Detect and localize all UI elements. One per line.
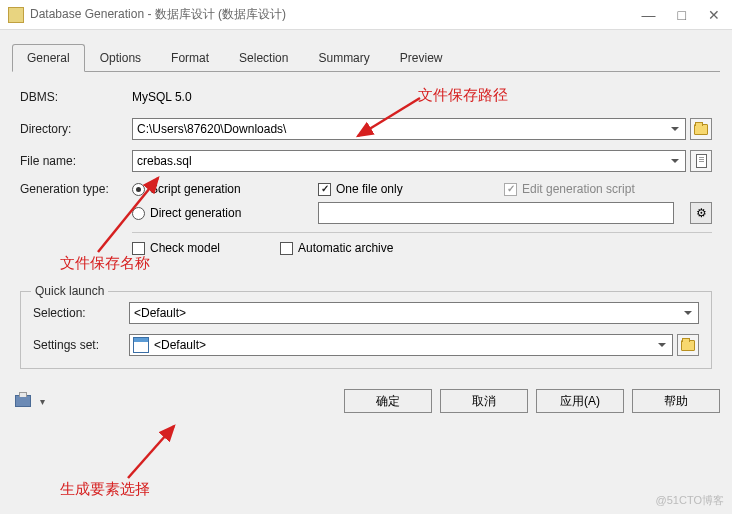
quick-launch-legend: Quick launch — [31, 284, 108, 298]
selection-label: Selection: — [33, 306, 129, 320]
window-title: Database Generation - 数据库设计 (数据库设计) — [30, 6, 638, 23]
folder-icon — [681, 340, 695, 351]
dbms-value: MySQL 5.0 — [132, 90, 712, 104]
checkbox-icon — [318, 183, 331, 196]
checkbox-icon — [132, 242, 145, 255]
browse-directory-button[interactable] — [690, 118, 712, 140]
tab-bar: General Options Format Selection Summary… — [12, 44, 720, 72]
directory-input[interactable]: C:\Users\87620\Downloads\ — [132, 118, 686, 140]
table-icon — [133, 337, 149, 353]
checkbox-icon — [280, 242, 293, 255]
radio-icon — [132, 207, 145, 220]
tab-selection[interactable]: Selection — [224, 44, 303, 71]
checkbox-icon — [504, 183, 517, 196]
maximize-button[interactable]: □ — [674, 5, 690, 25]
tab-summary[interactable]: Summary — [303, 44, 384, 71]
apply-button[interactable]: 应用(A) — [536, 389, 624, 413]
document-icon — [696, 154, 707, 168]
tab-preview[interactable]: Preview — [385, 44, 458, 71]
settings-set-label: Settings set: — [33, 338, 129, 352]
print-dropdown-icon[interactable]: ▾ — [40, 396, 45, 407]
svg-line-5 — [128, 426, 174, 478]
tab-general[interactable]: General — [12, 44, 85, 72]
gentype-label: Generation type: — [20, 182, 132, 196]
printer-icon — [15, 395, 31, 407]
folder-icon — [694, 124, 708, 135]
cancel-button[interactable]: 取消 — [440, 389, 528, 413]
direct-generation-settings-button[interactable]: ⚙ — [690, 202, 712, 224]
filename-input[interactable]: crebas.sql — [132, 150, 686, 172]
browse-settings-button[interactable] — [677, 334, 699, 356]
check-automatic-archive[interactable]: Automatic archive — [280, 241, 393, 255]
watermark: @51CTO博客 — [656, 493, 724, 508]
settings-set-dropdown[interactable]: <Default> — [129, 334, 673, 356]
annotation-select: 生成要素选择 — [60, 480, 150, 499]
arrow-select — [118, 420, 188, 484]
tab-options[interactable]: Options — [85, 44, 156, 71]
close-button[interactable]: ✕ — [704, 5, 724, 25]
window-titlebar: Database Generation - 数据库设计 (数据库设计) — □ … — [0, 0, 732, 30]
direct-generation-input[interactable] — [318, 202, 674, 224]
radio-script-generation[interactable]: Script generation — [132, 182, 302, 196]
radio-direct-generation[interactable]: Direct generation — [132, 206, 302, 220]
dbms-label: DBMS: — [20, 90, 132, 104]
check-check-model[interactable]: Check model — [132, 241, 220, 255]
tab-format[interactable]: Format — [156, 44, 224, 71]
browse-filename-button[interactable] — [690, 150, 712, 172]
check-edit-generation-script: Edit generation script — [504, 182, 674, 196]
check-one-file-only[interactable]: One file only — [318, 182, 488, 196]
radio-icon — [132, 183, 145, 196]
help-button[interactable]: 帮助 — [632, 389, 720, 413]
app-icon — [8, 7, 24, 23]
minimize-button[interactable]: — — [638, 5, 660, 25]
directory-label: Directory: — [20, 122, 132, 136]
quick-launch-group: Quick launch Selection: <Default> Settin… — [20, 291, 712, 369]
selection-dropdown[interactable]: <Default> — [129, 302, 699, 324]
ok-button[interactable]: 确定 — [344, 389, 432, 413]
print-button[interactable] — [12, 391, 34, 411]
filename-label: File name: — [20, 154, 132, 168]
